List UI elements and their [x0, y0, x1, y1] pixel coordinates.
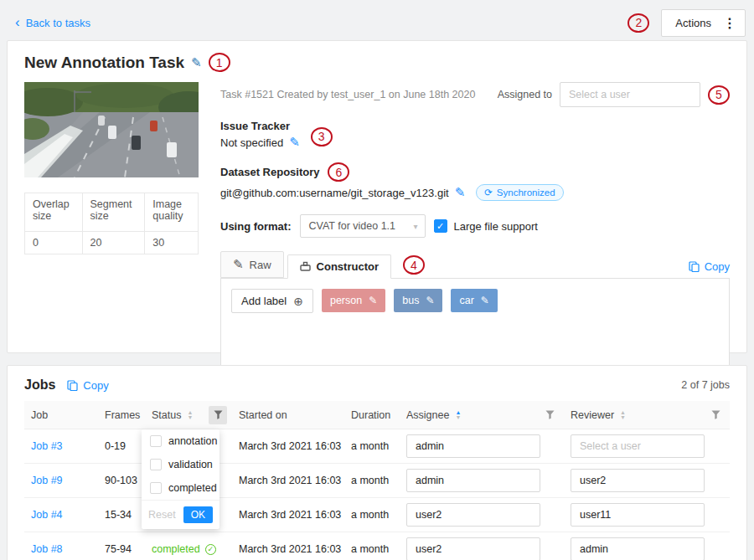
jobs-copy-button[interactable]: Copy [67, 379, 108, 392]
callout-4: 4 [403, 255, 425, 275]
col-frames: Frames [98, 409, 145, 421]
checkbox-validation[interactable] [150, 459, 162, 470]
edit-issue-tracker-icon[interactable]: ✎ [289, 135, 300, 150]
started-cell: March 3rd 2021 16:03 [232, 475, 344, 486]
param-value-segment: 20 [82, 232, 145, 254]
plus-circle-icon: ⊕ [293, 295, 303, 307]
row-assignee-input[interactable] [406, 434, 540, 458]
duration-cell: a month [344, 543, 400, 555]
sort-icon[interactable]: ▲▼ [187, 410, 193, 420]
large-file-support-checkbox[interactable]: ✓ [434, 219, 447, 233]
row-assignee-input[interactable] [406, 503, 540, 527]
issue-tracker-label: Issue Tracker [220, 120, 730, 132]
row-reviewer-input[interactable] [571, 434, 705, 458]
job-link[interactable]: Job #9 [31, 475, 63, 486]
label-tag-person-name: person [330, 295, 362, 306]
frames-cell: 90-103 [98, 475, 145, 486]
assignee-filter-icon[interactable] [540, 406, 559, 424]
format-label: Using format: [220, 220, 292, 233]
task-right-column: Task #1521 Created by test_user_1 on Jun… [220, 82, 730, 372]
back-to-tasks-link[interactable]: ‹ Back to tasks [15, 17, 90, 29]
labels-constructor-panel: Add label ⊕ person ✎ bus ✎ car ✎ [220, 278, 730, 372]
row-reviewer-input[interactable] [571, 537, 705, 560]
issue-tracker-value: Not specified [220, 136, 283, 149]
status-filter-dropdown: annotation validation completed Reset OK [142, 429, 219, 529]
edit-label-icon[interactable]: ✎ [426, 295, 434, 306]
filter-option-completed[interactable]: completed [142, 476, 219, 500]
callout-5: 5 [708, 85, 730, 105]
copy-icon [67, 380, 78, 391]
label-tag-bus[interactable]: bus ✎ [394, 289, 442, 312]
format-selected-value: CVAT for video 1.1 [309, 220, 396, 232]
label-tag-car[interactable]: car ✎ [451, 289, 497, 312]
label-tag-person[interactable]: person ✎ [322, 289, 385, 312]
row-reviewer-input[interactable] [571, 469, 705, 492]
tab-constructor[interactable]: Constructor [287, 254, 391, 279]
format-select[interactable]: CVAT for video 1.1 ▾ [300, 214, 426, 238]
sync-badge-label: Synchronized [497, 188, 555, 198]
top-bar: ‹ Back to tasks 2 Actions ⋮ [7, 7, 747, 39]
table-row: Job #3 0-19 March 3rd 2021 16:03 a month [24, 429, 730, 464]
filter-ok-button[interactable]: OK [183, 506, 213, 523]
job-link[interactable]: Job #3 [31, 440, 63, 452]
labels-copy-label: Copy [705, 260, 730, 273]
jobs-title: Jobs [24, 378, 55, 393]
actions-label: Actions [675, 17, 711, 29]
checkbox-completed[interactable] [150, 482, 162, 494]
col-started: Started on [232, 409, 344, 421]
param-header-segment: Segment size [82, 193, 145, 232]
callout-1: 1 [209, 53, 230, 72]
assignee-input[interactable] [560, 82, 700, 107]
tab-raw[interactable]: ✎ Raw [220, 251, 284, 278]
status-filter-icon[interactable] [209, 406, 227, 424]
assigned-to-label: Assigned to [498, 89, 552, 100]
traffic-scene-illustration [24, 82, 199, 177]
filter-footer: Reset OK [142, 500, 219, 529]
job-link[interactable]: Job #8 [31, 543, 63, 555]
param-value-quality: 30 [145, 232, 199, 254]
filter-option-annotation[interactable]: annotation [142, 429, 219, 453]
topbar-right: 2 Actions ⋮ [627, 9, 746, 37]
labels-copy-button[interactable]: Copy [689, 260, 730, 273]
row-assignee-input[interactable] [406, 537, 540, 560]
dataset-repository-value-row: git@github.com:username/git_storage_v123… [220, 184, 730, 201]
jobs-table-header: Job Frames Status ▲▼ Started on Duration… [24, 401, 730, 429]
filter-option-validation[interactable]: validation [142, 453, 219, 476]
row-assignee-input[interactable] [406, 469, 540, 492]
job-link[interactable]: Job #4 [31, 509, 63, 521]
edit-title-icon[interactable]: ✎ [191, 55, 202, 70]
filter-option-label: completed [168, 482, 217, 494]
task-meta-row: Task #1521 Created by test_user_1 on Jun… [220, 82, 730, 107]
sort-icon[interactable]: ▲▼ [455, 410, 461, 420]
task-meta-text: Task #1521 Created by test_user_1 on Jun… [220, 82, 475, 100]
checkbox-annotation[interactable] [150, 435, 162, 447]
dataset-repository-label: Dataset Repository [220, 166, 319, 178]
labels-tabs-row: ✎ Raw Constructor 4 [220, 251, 730, 278]
sort-icon[interactable]: ▲▼ [620, 410, 626, 420]
reviewer-filter-icon[interactable] [706, 406, 725, 424]
row-reviewer-input[interactable] [571, 503, 705, 527]
task-card: New Annotation Task ✎ 1 [7, 40, 747, 353]
edit-label-icon[interactable]: ✎ [481, 295, 489, 306]
edit-label-icon[interactable]: ✎ [369, 295, 377, 306]
param-header-overlap: Overlap size [25, 193, 83, 232]
param-value-overlap: 0 [25, 232, 83, 254]
edit-repository-icon[interactable]: ✎ [455, 185, 466, 200]
duration-cell: a month [344, 509, 400, 521]
filter-option-label: validation [168, 459, 213, 470]
task-parameters-table: Overlap size Segment size Image quality … [24, 193, 199, 254]
jobs-card: Jobs Copy 2 of 7 jobs Job Frames Status … [7, 365, 747, 560]
callout-2: 2 [627, 13, 649, 33]
ellipsis-vertical-icon: ⋮ [723, 15, 736, 31]
back-link-label: Back to tasks [26, 17, 90, 29]
param-header-quality: Image quality [145, 193, 199, 232]
filter-reset-button[interactable]: Reset [148, 509, 176, 521]
label-tag-car-name: car [459, 295, 473, 306]
table-row: Job #4 15-34 March 3rd 2021 16:03 a mont… [24, 498, 730, 532]
sync-icon: ⟳ [484, 187, 493, 198]
copy-icon [689, 261, 700, 272]
constructor-tool-icon [300, 261, 311, 272]
callout-3: 3 [311, 127, 333, 146]
add-label-button[interactable]: Add label ⊕ [231, 289, 313, 313]
actions-button[interactable]: Actions ⋮ [661, 9, 746, 37]
